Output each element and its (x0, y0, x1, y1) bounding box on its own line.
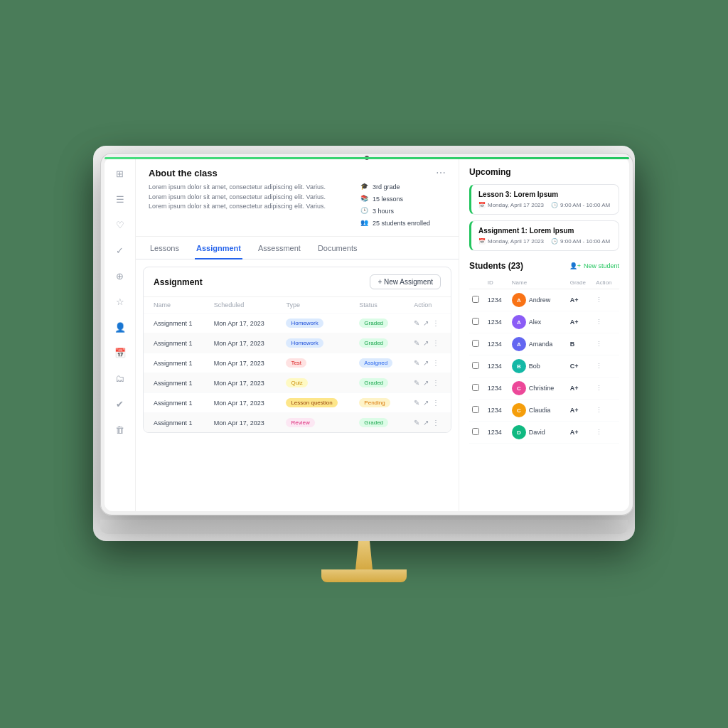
student-checkbox[interactable] (472, 296, 479, 303)
table-row: Assignment 1 Mon Apr 17, 2023 Lesson que… (144, 393, 451, 413)
student-checkbox[interactable] (472, 340, 479, 347)
student-more-icon[interactable]: ⋮ (596, 296, 602, 304)
assignment-name: Assignment 1 (144, 333, 204, 353)
link-icon[interactable]: ↗ (423, 339, 429, 347)
sidebar-icon-folder[interactable]: 🗂 (112, 370, 128, 386)
tab-lessons[interactable]: Lessons (149, 237, 181, 259)
sidebar-icon-checkmark[interactable]: ✔ (112, 396, 128, 412)
assignment-scheduled: Mon Apr 17, 2023 (204, 373, 277, 393)
edit-icon[interactable]: ✎ (414, 319, 419, 327)
assignment-status: Graded (349, 373, 404, 393)
edit-icon[interactable]: ✎ (414, 339, 419, 347)
student-more-icon[interactable]: ⋮ (596, 385, 602, 392)
more-icon[interactable]: ⋮ (432, 359, 439, 367)
sidebar-icon-check[interactable]: ✓ (112, 242, 128, 258)
sidebar-icon-trash[interactable]: 🗑 (112, 422, 128, 437)
assignment-table-header: Assignment + New Assigment (144, 267, 451, 297)
meta-lessons-text: 15 lessons (373, 196, 403, 203)
student-grade: A+ (567, 400, 594, 422)
student-more-icon[interactable]: ⋮ (596, 407, 602, 414)
link-icon[interactable]: ↗ (423, 319, 429, 327)
assignment-actions: ✎ ↗ ⋮ (404, 393, 451, 413)
student-checkbox[interactable] (472, 318, 479, 325)
student-more-icon[interactable]: ⋮ (596, 318, 602, 326)
new-student-button[interactable]: 👤+ New student (569, 262, 619, 269)
assignment-actions: ✎ ↗ ⋮ (404, 413, 451, 433)
link-icon[interactable]: ↗ (423, 359, 429, 367)
right-panel: Upcoming Lesson 3: Lorem Ipsum 📅 Monday,… (459, 157, 629, 511)
more-icon[interactable]: ⋮ (432, 379, 439, 387)
meta-lessons: 📚 15 lessons (360, 195, 446, 203)
student-checkbox-cell (469, 311, 485, 333)
col-scheduled: Scheduled (204, 297, 277, 314)
student-name: David (529, 429, 545, 436)
clock-icon: 🕒 (551, 238, 558, 245)
student-more-icon[interactable]: ⋮ (596, 429, 602, 436)
student-action: ⋮ (593, 355, 619, 378)
avatar: B (512, 359, 526, 373)
assignment-scheduled: Mon Apr 17, 2023 (204, 413, 277, 433)
student-checkbox-cell (469, 289, 485, 311)
edit-icon[interactable]: ✎ (414, 379, 419, 387)
assignment-name: Assignment 1 (144, 353, 204, 373)
sidebar-icon-add[interactable]: ⊕ (112, 268, 128, 284)
student-name: Andrew (529, 296, 551, 304)
more-options-icon[interactable]: ⋯ (436, 167, 446, 178)
more-icon[interactable]: ⋮ (432, 339, 439, 347)
event-details: 📅 Monday, April 17 2023 🕒 9:00 AM - 10:0… (478, 238, 611, 245)
tab-documents[interactable]: Documents (316, 237, 359, 259)
link-icon[interactable]: ↗ (423, 399, 429, 407)
student-checkbox[interactable] (472, 384, 479, 391)
students-table: ID Name Grade Action 1234 A Andrew (469, 277, 619, 444)
student-checkbox[interactable] (472, 428, 479, 435)
student-grade: A+ (567, 311, 594, 333)
monitor-stand (321, 541, 407, 582)
tab-assignment[interactable]: Assignment (195, 237, 242, 259)
more-icon[interactable]: ⋮ (432, 419, 439, 427)
meta-hours: 🕒 3 hours (360, 207, 446, 215)
avatar: D (512, 425, 526, 439)
link-icon[interactable]: ↗ (423, 379, 429, 387)
assignment-type: Homework (276, 333, 349, 353)
student-checkbox[interactable] (472, 362, 479, 369)
student-checkbox[interactable] (472, 406, 479, 413)
event-date: 📅 Monday, April 17 2023 (478, 238, 544, 245)
meta-grade: 🎓 3rd grade (360, 183, 446, 191)
student-more-icon[interactable]: ⋮ (596, 363, 602, 370)
upcoming-title: Upcoming (469, 167, 619, 177)
about-title: About the class (149, 168, 218, 178)
sidebar-icon-grid[interactable]: ⊞ (112, 166, 128, 181)
lessons-icon: 📚 (360, 195, 369, 203)
student-id: 1234 (485, 378, 509, 400)
more-icon[interactable]: ⋮ (432, 399, 439, 407)
student-col-id: ID (485, 277, 509, 289)
person-plus-icon: 👤+ (569, 262, 581, 269)
student-row: 1234 D David A+ ⋮ (469, 422, 619, 444)
student-id: 1234 (485, 311, 509, 333)
sidebar-icon-star[interactable]: ☆ (112, 294, 128, 309)
sidebar-icon-calendar[interactable]: 📅 (112, 345, 128, 360)
edit-icon[interactable]: ✎ (414, 419, 419, 427)
student-name: Bob (529, 363, 540, 370)
tab-assessment[interactable]: Assessment (257, 237, 302, 259)
more-icon[interactable]: ⋮ (432, 319, 439, 327)
sidebar-icon-heart[interactable]: ♡ (112, 217, 128, 232)
edit-icon[interactable]: ✎ (414, 399, 419, 407)
tabs-section: Lessons Assignment Assessment Documents (136, 237, 459, 259)
sidebar-icon-list[interactable]: ☰ (112, 191, 128, 207)
assignment-scheduled: Mon Apr 17, 2023 (204, 314, 277, 333)
sidebar-icon-user[interactable]: 👤 (112, 319, 128, 335)
student-grade: B (567, 333, 594, 355)
left-content: About the class ⋯ Lorem ipsum dolor sit … (136, 157, 459, 511)
meta-students-enrolled: 👥 25 students enrolled (360, 219, 446, 228)
student-name: Christine (529, 385, 555, 392)
student-name-cell: C Claudia (509, 400, 567, 422)
link-icon[interactable]: ↗ (423, 419, 429, 427)
student-action: ⋮ (593, 289, 619, 311)
students-title: Students (23) (469, 261, 523, 271)
student-more-icon[interactable]: ⋮ (596, 341, 602, 348)
new-assignment-button[interactable]: + New Assigment (370, 274, 441, 289)
enrolled-icon: 👥 (360, 219, 369, 228)
stand-base (321, 569, 407, 582)
edit-icon[interactable]: ✎ (414, 359, 419, 367)
